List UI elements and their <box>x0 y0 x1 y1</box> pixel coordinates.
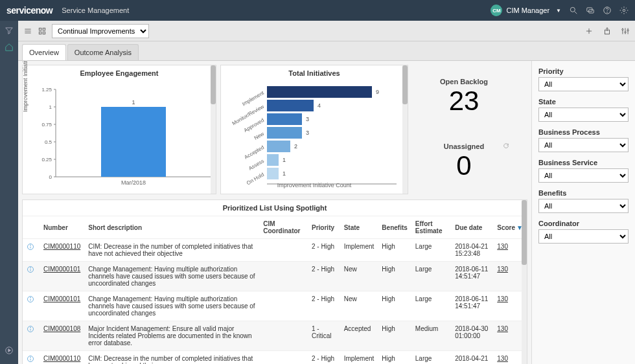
filter-label-coordinator: Coordinator <box>538 220 629 227</box>
info-icon[interactable] <box>27 355 34 363</box>
tab-outcome-analysis[interactable]: Outcome Analysis <box>67 44 139 60</box>
cell-desc: CIM: Decrease in the number of completed… <box>84 351 259 365</box>
svg-point-6 <box>623 9 625 12</box>
cell-priority: 2 - High <box>308 351 340 365</box>
home-icon[interactable] <box>5 43 14 52</box>
info-icon[interactable] <box>27 243 34 251</box>
tab-overview[interactable]: Overview <box>22 44 66 60</box>
info-icon[interactable] <box>27 266 34 273</box>
filter-label-priority: Priority <box>538 67 629 75</box>
user-menu[interactable]: CM CIM Manager ▼ <box>491 5 561 16</box>
cell-benefits: High <box>378 291 411 321</box>
svg-text:2: 2 <box>294 143 297 150</box>
top-bar: servicenow Service Management CM CIM Man… <box>0 0 635 21</box>
cell-priority: 2 - High <box>308 291 340 321</box>
record-link[interactable]: CIM0000110 <box>43 355 80 362</box>
brand-logo: servicenow <box>6 5 52 16</box>
cell-coordinator <box>259 351 308 365</box>
table-row[interactable]: CIM0000108Major Incident Management: Ens… <box>23 321 527 351</box>
filter-icon[interactable] <box>5 26 14 35</box>
left-rail <box>0 21 18 364</box>
cell-desc: CIM: Decrease in the number of completed… <box>84 239 259 262</box>
view-selector[interactable]: Continual Improvements <box>52 24 149 38</box>
cell-due: 2018-04-21 <box>451 351 493 365</box>
svg-text:9: 9 <box>376 89 379 95</box>
table-row[interactable]: CIM0000110CIM: Decrease in the number of… <box>23 351 527 365</box>
record-link[interactable]: CIM0000110 <box>43 243 80 250</box>
score-link[interactable]: 130 <box>497 355 508 362</box>
svg-rect-11 <box>39 28 41 30</box>
filter-priority[interactable]: All <box>538 77 629 91</box>
gear-icon[interactable] <box>619 6 629 15</box>
list-icon[interactable] <box>23 27 32 36</box>
prioritized-list-card: Prioritized List Using Spotlight Number … <box>22 199 527 364</box>
share-icon[interactable] <box>603 27 612 36</box>
cell-effort: Large <box>411 291 451 321</box>
info-icon[interactable] <box>27 325 34 333</box>
cell-desc: Change Management: Having multiple autho… <box>84 262 259 291</box>
record-link[interactable]: CIM0000101 <box>43 266 80 273</box>
filter-label-state: State <box>538 98 629 106</box>
cell-coordinator <box>259 321 308 351</box>
col-priority[interactable]: Priority <box>308 216 340 239</box>
svg-text:0: 0 <box>49 174 52 180</box>
chat-icon[interactable] <box>586 6 595 15</box>
col-due[interactable]: Due date <box>451 216 493 239</box>
cell-coordinator <box>259 262 308 291</box>
col-number[interactable]: Number <box>40 216 84 239</box>
info-icon[interactable] <box>27 295 34 303</box>
scrollbar[interactable] <box>522 200 527 364</box>
col-benefits[interactable]: Benefits <box>378 216 411 239</box>
svg-rect-43 <box>267 100 314 111</box>
svg-text:1.25: 1.25 <box>41 87 52 93</box>
main-area: Overview Outcome Analysis Employee Engag… <box>18 41 635 364</box>
filter-label-business-service: Business Service <box>538 159 629 166</box>
cell-benefits: High <box>378 351 411 365</box>
record-link[interactable]: CIM0000101 <box>43 295 80 302</box>
svg-text:1: 1 <box>132 99 135 106</box>
cell-effort: Large <box>411 239 451 262</box>
cell-due: 2018-04-21 15:23:48 <box>451 239 493 262</box>
filter-benefits[interactable]: All <box>538 199 629 213</box>
score-link[interactable]: 130 <box>497 266 508 273</box>
scrollbar[interactable] <box>402 65 408 194</box>
cell-due: 2018-06-11 14:51:47 <box>451 262 493 291</box>
score-link[interactable]: 130 <box>497 295 508 302</box>
cell-benefits: High <box>378 239 411 262</box>
app-subtitle: Service Management <box>62 6 129 14</box>
cell-benefits: High <box>378 321 411 351</box>
scrollbar[interactable] <box>211 65 216 194</box>
svg-point-0 <box>570 7 575 12</box>
settings-icon[interactable] <box>621 27 630 36</box>
table-row[interactable]: CIM0000101Change Management: Having mult… <box>23 291 527 321</box>
col-effort[interactable]: Effort Estimate <box>411 216 451 239</box>
filter-business-service[interactable]: All <box>538 168 629 183</box>
svg-rect-12 <box>43 28 45 30</box>
refresh-icon[interactable] <box>503 142 509 149</box>
filter-business-process[interactable]: All <box>538 138 629 152</box>
col-short-description[interactable]: Short description <box>84 216 259 239</box>
record-link[interactable]: CIM0000108 <box>43 325 80 332</box>
col-coordinator[interactable]: CIM Coordinator <box>259 216 308 239</box>
svg-rect-49 <box>267 141 290 152</box>
filter-label-benefits: Benefits <box>538 189 629 197</box>
svg-line-1 <box>575 12 577 14</box>
filter-state[interactable]: All <box>538 108 629 122</box>
svg-rect-41 <box>267 86 372 98</box>
grid-icon[interactable] <box>38 27 47 36</box>
svg-text:1: 1 <box>49 104 52 110</box>
table-row[interactable]: CIM0000101Change Management: Having mult… <box>23 262 527 291</box>
table-title: Prioritized List Using Spotlight <box>23 200 527 216</box>
filter-coordinator[interactable]: All <box>538 229 629 244</box>
score-link[interactable]: 130 <box>497 243 508 250</box>
help-icon[interactable] <box>603 6 612 15</box>
cell-coordinator <box>259 239 308 262</box>
x-axis-label: Improvement Initiative Count <box>277 182 352 188</box>
table-row[interactable]: CIM0000110CIM: Decrease in the number of… <box>23 239 527 262</box>
cell-effort: Medium <box>411 321 451 351</box>
search-icon[interactable] <box>569 6 578 15</box>
col-state[interactable]: State <box>340 216 378 239</box>
add-icon[interactable] <box>584 27 594 36</box>
play-icon[interactable] <box>5 346 14 355</box>
score-link[interactable]: 130 <box>497 325 508 332</box>
